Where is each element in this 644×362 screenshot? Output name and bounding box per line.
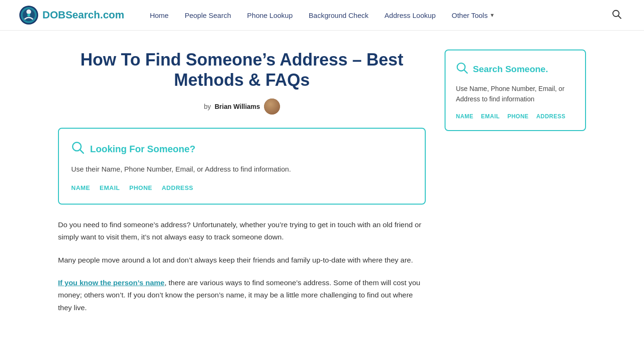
nav-phone-lookup[interactable]: Phone Lookup [240,8,299,23]
sidebar-card-description: Use Name, Phone Number, Email, or Addres… [456,83,575,105]
page-title: How To Find Someone’s Address – Best Met… [58,49,426,90]
sidebar-link-phone[interactable]: PHONE [507,113,528,120]
info-box: Looking For Someone? Use their Name, Pho… [58,128,426,205]
sidebar-link-email[interactable]: EMAIL [481,113,500,120]
svg-line-6 [619,16,621,18]
main-layout: How To Find Someone’s Address – Best Met… [39,31,605,343]
svg-point-3 [26,9,31,14]
sidebar-card-header: Search Someone. [456,62,575,77]
info-box-title: Looking For Someone? [90,144,195,155]
chevron-down-icon: ▼ [489,12,495,18]
info-box-link-name[interactable]: NAME [71,184,90,191]
nav-other-tools[interactable]: Other Tools ▼ [445,8,501,23]
author-prefix: by [204,103,211,110]
logo-text: DOBSearch.com [42,9,124,21]
nav-background-check[interactable]: Background Check [302,8,375,23]
sidebar-card-title: Search Someone. [473,64,548,74]
nav-home[interactable]: Home [143,8,175,23]
info-box-link-phone[interactable]: PHONE [129,184,152,191]
sidebar-link-name[interactable]: NAME [456,113,473,120]
sidebar-card: Search Someone. Use Name, Phone Number, … [445,49,586,131]
nav-people-search[interactable]: People Search [178,8,238,23]
info-box-links: NAME EMAIL PHONE ADDRESS [71,184,411,191]
avatar-image [264,99,280,115]
info-box-description: Use their Name, Phone Number, Email, or … [71,164,411,175]
logo-icon [19,5,39,25]
author-name: Brian Williams [215,103,260,110]
body-link-name[interactable]: If you know the person’s name [58,279,165,287]
author-line: by Brian Williams [58,99,426,115]
info-box-link-email[interactable]: EMAIL [99,184,120,191]
sidebar-search-icon [456,62,468,77]
sidebar-link-address[interactable]: ADDRESS [536,113,565,120]
search-icon[interactable] [608,8,625,23]
info-box-header: Looking For Someone? [71,141,411,157]
site-logo[interactable]: DOBSearch.com [19,5,124,25]
body-paragraph-2: Many people move around a lot and don’t … [58,254,426,266]
info-box-search-icon [71,141,84,157]
main-content: How To Find Someone’s Address – Best Met… [58,49,426,324]
nav-address-lookup[interactable]: Address Lookup [378,8,442,23]
info-box-link-address[interactable]: ADDRESS [162,184,193,191]
site-header: DOBSearch.com Home People Search Phone L… [0,0,644,31]
body-paragraph-3: If you know the person’s name, there are… [58,277,426,314]
avatar [264,99,280,115]
svg-line-8 [80,150,83,153]
svg-line-10 [464,70,468,74]
sidebar: Search Someone. Use Name, Phone Number, … [445,49,586,324]
main-nav: Home People Search Phone Lookup Backgrou… [143,8,608,23]
sidebar-links: NAME EMAIL PHONE ADDRESS [456,113,575,120]
svg-point-4 [27,14,30,16]
body-paragraph-1: Do you need to find someone’s address? U… [58,219,426,244]
